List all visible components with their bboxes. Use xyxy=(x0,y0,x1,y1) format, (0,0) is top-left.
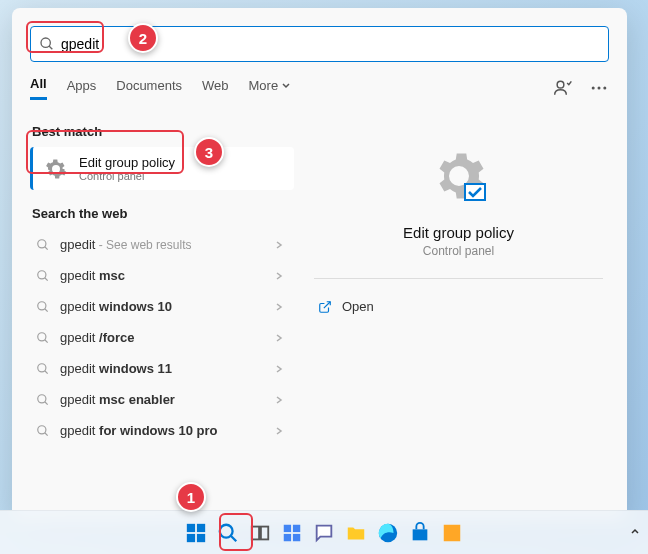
svg-point-14 xyxy=(38,363,46,371)
chevron-right-icon xyxy=(274,333,284,343)
svg-line-17 xyxy=(45,401,48,404)
tab-web[interactable]: Web xyxy=(202,78,229,99)
web-search-label: Search the web xyxy=(32,206,302,221)
web-result-text: gpedit msc xyxy=(60,268,274,283)
web-result-item[interactable]: gpedit /force xyxy=(30,322,294,353)
tray-chevron-icon xyxy=(630,527,640,537)
web-result-text: gpedit windows 10 xyxy=(60,299,274,314)
edge-button[interactable] xyxy=(375,520,401,546)
preview-title: Edit group policy xyxy=(314,224,603,241)
web-result-item[interactable]: gpedit msc enabler xyxy=(30,384,294,415)
taskbar xyxy=(0,510,648,554)
svg-point-2 xyxy=(557,81,564,88)
chat-button[interactable] xyxy=(311,520,337,546)
taskbar-search-button[interactable] xyxy=(215,520,241,546)
tab-more-label: More xyxy=(249,78,279,93)
file-explorer-button[interactable] xyxy=(343,520,369,546)
web-result-item[interactable]: gpedit windows 11 xyxy=(30,353,294,384)
account-icon[interactable] xyxy=(553,78,573,98)
svg-rect-31 xyxy=(284,533,291,540)
search-icon xyxy=(36,362,50,376)
chevron-right-icon xyxy=(274,240,284,250)
svg-rect-24 xyxy=(197,533,205,541)
svg-point-6 xyxy=(38,239,46,247)
preview-card: Edit group policy Control panel Open xyxy=(314,128,603,320)
tab-apps[interactable]: Apps xyxy=(67,78,97,99)
search-icon xyxy=(36,269,50,283)
svg-point-12 xyxy=(38,332,46,340)
search-icon xyxy=(36,424,50,438)
svg-line-1 xyxy=(49,46,52,49)
svg-point-8 xyxy=(38,270,46,278)
svg-point-3 xyxy=(592,87,595,90)
tab-documents[interactable]: Documents xyxy=(116,78,182,99)
tab-more[interactable]: More xyxy=(249,78,292,99)
svg-rect-34 xyxy=(444,524,461,541)
search-icon xyxy=(36,238,50,252)
open-action[interactable]: Open xyxy=(314,293,603,320)
svg-rect-32 xyxy=(293,533,300,540)
svg-line-19 xyxy=(45,432,48,435)
search-icon xyxy=(36,331,50,345)
web-result-text: gpedit windows 11 xyxy=(60,361,274,376)
store-button[interactable] xyxy=(407,520,433,546)
svg-point-10 xyxy=(38,301,46,309)
svg-point-4 xyxy=(598,87,601,90)
open-icon xyxy=(318,300,332,314)
chevron-right-icon xyxy=(274,364,284,374)
best-match-result[interactable]: Edit group policy Control panel xyxy=(30,147,294,190)
tab-all[interactable]: All xyxy=(30,76,47,100)
chevron-right-icon xyxy=(274,395,284,405)
web-result-item[interactable]: gpedit for windows 10 pro xyxy=(30,415,294,446)
svg-rect-29 xyxy=(284,524,291,531)
svg-point-25 xyxy=(220,524,233,537)
search-icon xyxy=(36,300,50,314)
chevron-down-icon xyxy=(281,80,291,90)
web-result-item[interactable]: gpedit windows 10 xyxy=(30,291,294,322)
svg-rect-28 xyxy=(261,526,268,539)
chevron-right-icon xyxy=(274,426,284,436)
svg-rect-21 xyxy=(187,523,195,531)
svg-point-5 xyxy=(603,87,606,90)
svg-point-0 xyxy=(41,38,50,47)
web-result-item[interactable]: gpedit - See web results xyxy=(30,229,294,260)
web-result-text: gpedit for windows 10 pro xyxy=(60,423,274,438)
svg-line-15 xyxy=(45,370,48,373)
preview-gear-check-icon xyxy=(427,148,491,212)
svg-rect-20 xyxy=(465,184,485,200)
widgets-button[interactable] xyxy=(279,520,305,546)
preview-column: Edit group policy Control panel Open xyxy=(302,108,627,508)
search-panel: All Apps Documents Web More Best match E… xyxy=(12,8,627,518)
search-bar[interactable] xyxy=(30,26,609,62)
chevron-right-icon xyxy=(274,302,284,312)
svg-line-13 xyxy=(45,339,48,342)
search-icon xyxy=(39,36,55,52)
best-match-subtitle: Control panel xyxy=(79,170,284,182)
svg-point-16 xyxy=(38,394,46,402)
svg-line-9 xyxy=(45,277,48,280)
web-result-text: gpedit msc enabler xyxy=(60,392,274,407)
web-result-item[interactable]: gpedit msc xyxy=(30,260,294,291)
divider xyxy=(314,278,603,279)
svg-rect-22 xyxy=(197,523,205,531)
more-options-icon[interactable] xyxy=(589,78,609,98)
callout-2: 2 xyxy=(128,23,158,53)
svg-rect-23 xyxy=(187,533,195,541)
task-view-button[interactable] xyxy=(247,520,273,546)
system-tray[interactable] xyxy=(630,510,640,554)
preview-subtitle: Control panel xyxy=(314,244,603,258)
start-button[interactable] xyxy=(183,520,209,546)
svg-point-18 xyxy=(38,425,46,433)
best-match-title: Edit group policy xyxy=(79,155,284,170)
svg-rect-30 xyxy=(293,524,300,531)
svg-line-7 xyxy=(45,246,48,249)
chevron-right-icon xyxy=(274,271,284,281)
svg-rect-27 xyxy=(252,526,259,539)
web-result-text: gpedit - See web results xyxy=(60,237,274,252)
app-button[interactable] xyxy=(439,520,465,546)
best-match-label: Best match xyxy=(32,124,302,139)
web-result-text: gpedit /force xyxy=(60,330,274,345)
results-column: Best match Edit group policy Control pan… xyxy=(12,108,302,508)
web-results-list: gpedit - See web results gpedit msc gped… xyxy=(30,229,302,446)
open-label: Open xyxy=(342,299,374,314)
